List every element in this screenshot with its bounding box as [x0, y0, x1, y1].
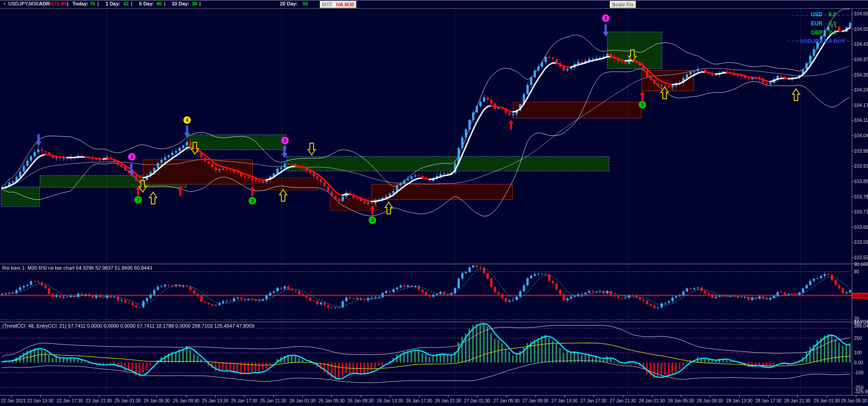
separator: |	[199, 1, 201, 6]
scale-fix-button[interactable]: Scale Fix	[610, 1, 636, 8]
separator: |	[67, 1, 68, 6]
adr-value: 172.9%	[51, 1, 68, 6]
stat-value-1day: 42	[123, 1, 129, 6]
separator: |	[164, 1, 165, 6]
ha-m30-button[interactable]: HA M30	[334, 1, 357, 8]
trade-signal-label: USDJPY 6.0 BUY	[800, 38, 846, 44]
stat-value-5day: 40	[156, 1, 162, 6]
separator: |	[131, 1, 132, 6]
stat-value-20day: 50	[303, 1, 308, 6]
chart-canvas[interactable]	[0, 0, 868, 406]
stat-label-20day: 20 Day:	[280, 1, 298, 6]
stat-value-10day: 38	[192, 1, 197, 6]
symbol-label: USDJPY,M30	[8, 1, 39, 6]
cci-panel-label: (TrendCCI: 48, EntryCCI: 21) 57.7411 0.0…	[2, 323, 254, 329]
stat-value-today: 76	[90, 1, 95, 6]
stat-label-5day: 5 Day:	[139, 1, 154, 6]
mt4-chart-window: ▼ USDJPY,M30 ADR: 172.9% | Today: 76 | 1…	[0, 0, 868, 406]
adr-label: ADR:	[39, 1, 52, 6]
symbol-dropdown-arrow-icon[interactable]: ▼	[3, 2, 6, 6]
chart-header-bar: ▼ USDJPY,M30 ADR: 172.9% | Today: 76 | 1…	[0, 0, 868, 8]
rsi-panel-label: Rsi bars 1: M30 RSI rsi bar chart 54.929…	[2, 265, 152, 271]
stat-label-10day: 10 Day:	[172, 1, 189, 6]
rsi-50-price-tag: 50.0000	[852, 293, 868, 299]
mtf-button[interactable]: MTF	[320, 1, 335, 8]
separator: |	[97, 1, 99, 6]
stat-label-1day: 1 Day:	[106, 1, 121, 6]
stat-label-today: Today:	[72, 1, 88, 6]
